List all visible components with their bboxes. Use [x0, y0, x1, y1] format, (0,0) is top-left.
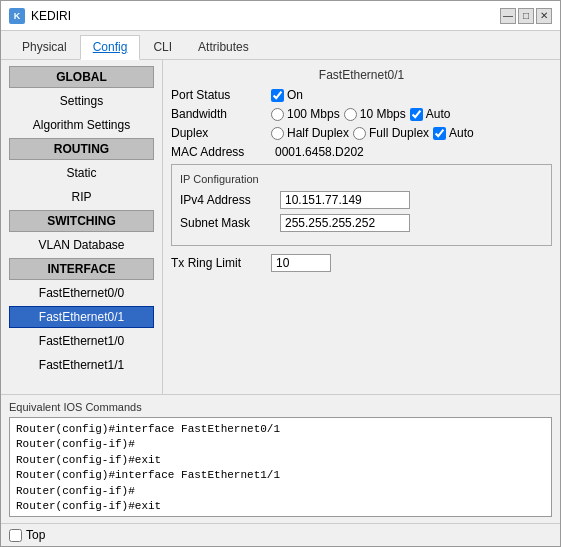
- bandwidth-controls: 100 Mbps 10 Mbps Auto: [271, 107, 552, 121]
- duplex-full-text: Full Duplex: [369, 126, 429, 140]
- title-bar-left: K KEDIRI: [9, 8, 71, 24]
- bandwidth-label: Bandwidth: [171, 107, 271, 121]
- bandwidth-100-text: 100 Mbps: [287, 107, 340, 121]
- main-window: K KEDIRI — □ ✕ Physical Config CLI Attri…: [0, 0, 561, 547]
- bandwidth-100-label[interactable]: 100 Mbps: [271, 107, 340, 121]
- tab-attributes[interactable]: Attributes: [185, 35, 262, 59]
- tab-bar: Physical Config CLI Attributes: [1, 31, 560, 60]
- sidebar: GLOBAL Settings Algorithm Settings ROUTI…: [1, 60, 163, 394]
- ios-line-3: Router(config)#interface FastEthernet1/1: [16, 468, 545, 483]
- ios-line-1: Router(config-if)#: [16, 437, 545, 452]
- duplex-auto-checkbox[interactable]: [433, 127, 446, 140]
- bandwidth-10-text: 10 Mbps: [360, 107, 406, 121]
- bandwidth-10-radio[interactable]: [344, 108, 357, 121]
- sidebar-item-fastethernet0-0[interactable]: FastEthernet0/0: [9, 282, 154, 304]
- tx-ring-input[interactable]: [271, 254, 331, 272]
- port-status-label: Port Status: [171, 88, 271, 102]
- ipv4-row: IPv4 Address: [180, 191, 543, 209]
- duplex-row: Duplex Half Duplex Full Duplex Auto: [171, 126, 552, 140]
- duplex-auto-label[interactable]: Auto: [433, 126, 474, 140]
- bandwidth-auto-checkbox[interactable]: [410, 108, 423, 121]
- ios-line-0: Router(config)#interface FastEthernet0/1: [16, 422, 545, 437]
- port-status-controls: On: [271, 88, 552, 102]
- duplex-full-radio[interactable]: [353, 127, 366, 140]
- ios-line-5: Router(config-if)#exit: [16, 499, 545, 514]
- duplex-label: Duplex: [171, 126, 271, 140]
- sidebar-item-fastethernet1-0[interactable]: FastEthernet1/0: [9, 330, 154, 352]
- port-status-checkbox[interactable]: [271, 89, 284, 102]
- tab-config[interactable]: Config: [80, 35, 141, 60]
- window-title: KEDIRI: [31, 9, 71, 23]
- tx-ring-label: Tx Ring Limit: [171, 256, 271, 270]
- bandwidth-10-label[interactable]: 10 Mbps: [344, 107, 406, 121]
- duplex-auto-text: Auto: [449, 126, 474, 140]
- sidebar-item-vlan-database[interactable]: VLAN Database: [9, 234, 154, 256]
- ios-terminal[interactable]: Router(config)#interface FastEthernet0/1…: [9, 417, 552, 517]
- duplex-half-radio[interactable]: [271, 127, 284, 140]
- sidebar-header-interface: INTERFACE: [9, 258, 154, 280]
- maximize-button[interactable]: □: [518, 8, 534, 24]
- title-controls: — □ ✕: [500, 8, 552, 24]
- right-panel: FastEthernet0/1 Port Status On Bandwidth: [163, 60, 560, 394]
- mac-address-label: MAC Address: [171, 145, 271, 159]
- bandwidth-auto-text: Auto: [426, 107, 451, 121]
- tx-ring-row: Tx Ring Limit: [171, 254, 552, 272]
- duplex-half-label[interactable]: Half Duplex: [271, 126, 349, 140]
- bandwidth-row: Bandwidth 100 Mbps 10 Mbps Auto: [171, 107, 552, 121]
- duplex-controls: Half Duplex Full Duplex Auto: [271, 126, 552, 140]
- bandwidth-100-radio[interactable]: [271, 108, 284, 121]
- port-status-on-label: On: [287, 88, 303, 102]
- ip-config-title: IP Configuration: [180, 173, 543, 185]
- top-checkbox-label[interactable]: Top: [9, 528, 45, 542]
- sidebar-header-switching: SWITCHING: [9, 210, 154, 232]
- mac-address-value: 0001.6458.D202: [275, 145, 364, 159]
- subnet-label: Subnet Mask: [180, 216, 280, 230]
- footer: Top: [1, 523, 560, 546]
- sidebar-item-fastethernet1-1[interactable]: FastEthernet1/1: [9, 354, 154, 376]
- main-content: GLOBAL Settings Algorithm Settings ROUTI…: [1, 60, 560, 394]
- port-status-row: Port Status On: [171, 88, 552, 102]
- top-label: Top: [26, 528, 45, 542]
- subnet-input[interactable]: [280, 214, 410, 232]
- port-status-checkbox-label[interactable]: On: [271, 88, 303, 102]
- ios-line-4: Router(config-if)#: [16, 484, 545, 499]
- sidebar-item-fastethernet0-1[interactable]: FastEthernet0/1: [9, 306, 154, 328]
- sidebar-header-routing: ROUTING: [9, 138, 154, 160]
- sidebar-item-settings[interactable]: Settings: [9, 90, 154, 112]
- bandwidth-auto-label[interactable]: Auto: [410, 107, 451, 121]
- app-icon: K: [9, 8, 25, 24]
- sidebar-item-rip[interactable]: RIP: [9, 186, 154, 208]
- ip-config-section: IP Configuration IPv4 Address Subnet Mas…: [171, 164, 552, 246]
- tab-cli[interactable]: CLI: [140, 35, 185, 59]
- mac-address-row: MAC Address 0001.6458.D202: [171, 145, 552, 159]
- ios-line-6: Router(config)#interface FastEthernet0/1: [16, 514, 545, 517]
- duplex-full-label[interactable]: Full Duplex: [353, 126, 429, 140]
- duplex-half-text: Half Duplex: [287, 126, 349, 140]
- ios-label: Equivalent IOS Commands: [9, 401, 552, 413]
- close-button[interactable]: ✕: [536, 8, 552, 24]
- ipv4-label: IPv4 Address: [180, 193, 280, 207]
- ipv4-input[interactable]: [280, 191, 410, 209]
- top-checkbox[interactable]: [9, 529, 22, 542]
- ios-section: Equivalent IOS Commands Router(config)#i…: [1, 394, 560, 523]
- subnet-row: Subnet Mask: [180, 214, 543, 232]
- sidebar-item-algorithm-settings[interactable]: Algorithm Settings: [9, 114, 154, 136]
- title-bar: K KEDIRI — □ ✕: [1, 1, 560, 31]
- minimize-button[interactable]: —: [500, 8, 516, 24]
- sidebar-header-global: GLOBAL: [9, 66, 154, 88]
- tab-physical[interactable]: Physical: [9, 35, 80, 59]
- ios-line-2: Router(config-if)#exit: [16, 453, 545, 468]
- panel-title: FastEthernet0/1: [171, 68, 552, 82]
- sidebar-item-static[interactable]: Static: [9, 162, 154, 184]
